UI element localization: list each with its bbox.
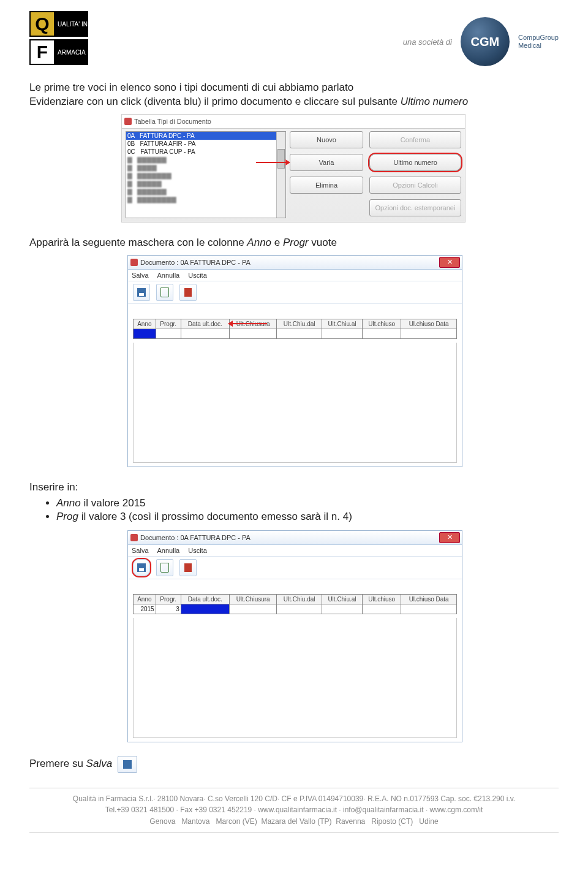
conferma-button[interactable]: Conferma (369, 131, 461, 148)
nuovo-button[interactable]: Nuovo (290, 131, 363, 148)
window-title: Tabella Tipi di Documento (122, 115, 465, 129)
scrollbar[interactable] (276, 132, 285, 218)
opzioni-calcoli-button[interactable]: Opzioni Calcoli (369, 177, 461, 194)
exit-icon[interactable] (179, 559, 197, 576)
paragraph-1b: Evidenziare con un click (diventa blu) i… (29, 95, 559, 109)
shield-icon (124, 118, 132, 125)
cell-progr[interactable]: 3 (156, 604, 181, 614)
screenshot-documento-filled: Documento : 0A FATTURA DPC - PA ✕ Salva … (127, 530, 462, 742)
menubar: Salva Annulla Uscita (128, 545, 462, 557)
data-grid[interactable]: AnnoProgr.Data ult.doc. Ult.ChiusuraUlt.… (133, 594, 457, 614)
window-title: Documento : 0A FATTURA DPC - PA ✕ (128, 256, 462, 270)
screenshot-tabella-tipi-doc: Tabella Tipi di Documento 0A FATTURA DPC… (121, 114, 466, 223)
save-icon-inline (118, 756, 137, 773)
menu-salva[interactable]: Salva (132, 547, 149, 554)
varia-button[interactable]: Varia (290, 154, 363, 171)
trash-icon[interactable] (156, 559, 173, 576)
cgm-subtitle: CompuGroup Medical (518, 34, 559, 50)
menu-uscita[interactable]: Uscita (188, 272, 207, 279)
menubar: Salva Annulla Uscita (128, 270, 462, 281)
opzioni-doc-button[interactable]: Opzioni doc. estemporanei (369, 199, 461, 216)
instructions-list: Anno il valore 2015 Prog il valore 3 (co… (56, 497, 559, 523)
cell-progr[interactable] (156, 329, 181, 338)
window-title: Documento : 0A FATTURA DPC - PA ✕ (128, 531, 462, 545)
logo-qualita-farmacia: Q UALITA' IN F ARMACIA (29, 11, 88, 65)
una-societa-label: una società di (403, 37, 452, 47)
paragraph-4: Premere su Salva (29, 756, 559, 773)
save-icon[interactable] (133, 559, 150, 576)
ultimo-numero-button[interactable]: Ultimo numero (369, 154, 461, 171)
cell-anno[interactable] (134, 329, 156, 338)
data-grid[interactable]: AnnoProgr.Data ult.doc. Ult.ChiusuraUlt.… (133, 319, 457, 339)
save-icon[interactable] (133, 284, 150, 301)
paragraph-3: Inserire in: (29, 481, 559, 495)
document-type-list[interactable]: 0A FATTURA DPC - PA 0B FATTURA AFIR - PA… (126, 131, 286, 218)
paragraph-2: Apparirà la seguente maschera con le col… (29, 236, 559, 250)
menu-annulla[interactable]: Annulla (157, 272, 180, 279)
close-icon[interactable]: ✕ (439, 257, 460, 268)
menu-salva[interactable]: Salva (132, 272, 149, 279)
cgm-logo-icon: CGM (461, 17, 510, 66)
trash-icon[interactable] (156, 284, 173, 301)
screenshot-documento-empty: Documento : 0A FATTURA DPC - PA ✕ Salva … (127, 255, 462, 467)
close-icon[interactable]: ✕ (439, 532, 460, 543)
shield-icon (130, 534, 138, 541)
shield-icon (130, 259, 138, 266)
page-footer: Qualità in Farmacia S.r.l.· 28100 Novara… (29, 788, 559, 833)
paragraph-1a: Le prime tre voci in elenco sono i tipi … (29, 81, 559, 95)
exit-icon[interactable] (179, 284, 197, 301)
menu-annulla[interactable]: Annulla (157, 547, 180, 554)
elimina-button[interactable]: Elimina (290, 177, 363, 194)
cell-anno[interactable]: 2015 (134, 604, 156, 614)
menu-uscita[interactable]: Uscita (188, 547, 207, 554)
